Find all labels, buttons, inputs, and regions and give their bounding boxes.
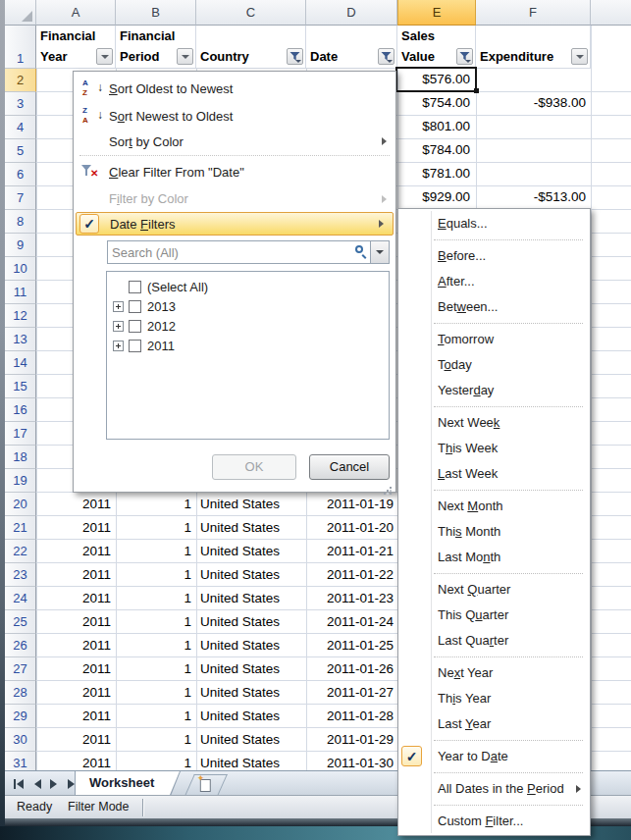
date-cell[interactable]: 2011-01-27 bbox=[306, 682, 397, 706]
financial-year-cell[interactable]: 2011 bbox=[36, 494, 116, 517]
row-header[interactable]: 2 bbox=[5, 69, 36, 92]
financial-period-cell[interactable]: 1 bbox=[116, 729, 196, 753]
date-cell[interactable]: 2011-01-29 bbox=[306, 729, 397, 753]
submenu-item[interactable]: Tomorrow bbox=[398, 327, 590, 352]
tree-item[interactable]: (Select All) bbox=[107, 277, 389, 296]
column-header-d[interactable]: D bbox=[306, 0, 397, 26]
date-cell[interactable]: 2011-01-19 bbox=[306, 494, 397, 517]
cell-f1[interactable]: Expenditure bbox=[476, 26, 591, 69]
financial-year-cell[interactable]: 2011 bbox=[36, 706, 116, 729]
insert-worksheet-tab[interactable] bbox=[184, 774, 228, 796]
submenu-item[interactable]: Custom Filter... bbox=[398, 809, 590, 834]
active-cell-border-E2[interactable] bbox=[395, 67, 477, 92]
financial-year-cell[interactable]: 2011 bbox=[36, 729, 116, 753]
submenu-item[interactable]: Last Quarter bbox=[398, 628, 590, 654]
submenu-item[interactable]: Before... bbox=[398, 243, 590, 269]
row-header[interactable]: 21 bbox=[5, 516, 36, 540]
row-header[interactable]: 18 bbox=[5, 446, 36, 469]
submenu-item[interactable]: Next Year bbox=[398, 660, 590, 686]
financial-period-cell[interactable]: 1 bbox=[116, 611, 196, 635]
submenu-item[interactable]: Equals... bbox=[398, 211, 590, 236]
row-header[interactable]: 29 bbox=[5, 705, 36, 728]
country-cell[interactable]: United States bbox=[196, 611, 306, 635]
column-header-b[interactable]: B bbox=[116, 0, 196, 26]
sales-value-cell[interactable]: $929.00 bbox=[397, 186, 476, 210]
sales-value-cell[interactable]: $754.00 bbox=[397, 92, 476, 116]
autofilter-dropdown-button[interactable] bbox=[96, 48, 113, 65]
financial-year-cell[interactable]: 2011 bbox=[36, 682, 116, 706]
row-header[interactable]: 23 bbox=[5, 563, 36, 587]
sales-value-cell[interactable]: $801.00 bbox=[397, 116, 476, 139]
row-header[interactable]: 12 bbox=[5, 304, 36, 328]
column-header-e-selected[interactable]: E bbox=[397, 0, 476, 26]
financial-year-cell[interactable]: 2011 bbox=[36, 611, 116, 635]
expenditure-cell[interactable]: -$513.00 bbox=[476, 186, 591, 210]
column-header-c[interactable]: C bbox=[196, 0, 306, 26]
date-cell[interactable]: 2011-01-26 bbox=[306, 658, 397, 682]
financial-year-cell[interactable]: 2011 bbox=[36, 588, 116, 611]
financial-year-cell[interactable]: 2011 bbox=[36, 517, 116, 541]
row-header[interactable]: 25 bbox=[5, 610, 36, 634]
row-header[interactable]: 17 bbox=[5, 422, 36, 446]
submenu-item[interactable]: Next Quarter bbox=[398, 577, 590, 603]
menu-item-sort-newest[interactable]: ZA ↓ Sort Newest to Oldest bbox=[74, 102, 395, 130]
cell-b1[interactable]: Financial Period bbox=[116, 26, 196, 69]
country-cell[interactable]: United States bbox=[196, 541, 306, 564]
country-cell[interactable]: United States bbox=[196, 682, 306, 706]
checkbox-icon[interactable] bbox=[129, 320, 141, 333]
menu-item-clear-filter[interactable]: ✕ Clear Filter From "Date" bbox=[74, 159, 395, 185]
autofilter-dropdown-button[interactable] bbox=[177, 48, 193, 65]
country-cell[interactable]: United States bbox=[196, 635, 306, 658]
submenu-item[interactable]: Today bbox=[398, 352, 590, 378]
financial-period-cell[interactable]: 1 bbox=[116, 588, 196, 611]
column-header-a[interactable]: A bbox=[36, 0, 116, 26]
row-header[interactable]: 20 bbox=[5, 493, 36, 516]
country-cell[interactable]: United States bbox=[196, 588, 306, 611]
tree-item[interactable]: 2011 bbox=[107, 336, 389, 355]
sheet-tab-worksheet[interactable]: Worksheet bbox=[76, 771, 180, 795]
row-header[interactable]: 15 bbox=[5, 375, 36, 398]
select-all-corner[interactable] bbox=[5, 0, 36, 26]
submenu-item[interactable]: This Week bbox=[398, 436, 590, 461]
expander-plus-icon[interactable] bbox=[113, 301, 124, 312]
checkbox-icon[interactable] bbox=[129, 340, 141, 352]
menu-item-sort-oldest[interactable]: AZ ↓ Sort Oldest to Newest bbox=[74, 75, 395, 102]
cell-d1[interactable]: Date bbox=[306, 26, 397, 69]
row-header[interactable]: 28 bbox=[5, 681, 36, 705]
autofilter-filtered-button-date[interactable] bbox=[378, 48, 394, 65]
tree-item[interactable]: 2012 bbox=[107, 316, 389, 336]
sales-value-cell[interactable]: $781.00 bbox=[397, 163, 476, 186]
cell-a1[interactable]: Financial Year bbox=[36, 26, 116, 69]
row-header[interactable]: 26 bbox=[5, 634, 36, 657]
cell-e1[interactable]: Sales Value bbox=[397, 26, 476, 69]
financial-year-cell[interactable]: 2011 bbox=[36, 564, 116, 588]
country-cell[interactable]: United States bbox=[196, 729, 306, 753]
row-header-1[interactable]: 1 bbox=[5, 26, 36, 69]
row-header[interactable]: 3 bbox=[5, 92, 36, 116]
first-sheet-icon[interactable] bbox=[13, 777, 26, 790]
submenu-item[interactable]: Last Year bbox=[398, 711, 590, 737]
submenu-item[interactable]: This Quarter bbox=[398, 603, 590, 628]
row-header[interactable]: 9 bbox=[5, 234, 36, 257]
autofilter-filtered-button[interactable] bbox=[456, 48, 473, 65]
financial-year-cell[interactable]: 2011 bbox=[36, 658, 116, 682]
date-cell[interactable]: 2011-01-25 bbox=[306, 635, 397, 658]
fill-handle[interactable] bbox=[474, 88, 479, 93]
country-cell[interactable]: United States bbox=[196, 706, 306, 729]
row-header[interactable]: 4 bbox=[5, 116, 36, 139]
date-cell[interactable]: 2011-01-20 bbox=[306, 517, 397, 541]
row-header[interactable]: 6 bbox=[5, 163, 36, 186]
financial-period-cell[interactable]: 1 bbox=[116, 706, 196, 729]
country-cell[interactable]: United States bbox=[196, 658, 306, 682]
financial-period-cell[interactable]: 1 bbox=[116, 658, 196, 682]
row-header[interactable]: 11 bbox=[5, 281, 36, 304]
row-header[interactable]: 22 bbox=[5, 540, 36, 563]
next-sheet-icon[interactable] bbox=[48, 777, 61, 790]
search-dropdown-button[interactable] bbox=[370, 241, 389, 263]
date-cell[interactable]: 2011-01-21 bbox=[306, 541, 397, 564]
expenditure-cell[interactable] bbox=[476, 69, 591, 92]
checkbox-icon[interactable] bbox=[129, 300, 141, 313]
submenu-item[interactable]: This Year bbox=[398, 686, 590, 711]
row-header[interactable]: 7 bbox=[5, 186, 36, 210]
submenu-item[interactable]: Last Week bbox=[398, 461, 590, 487]
